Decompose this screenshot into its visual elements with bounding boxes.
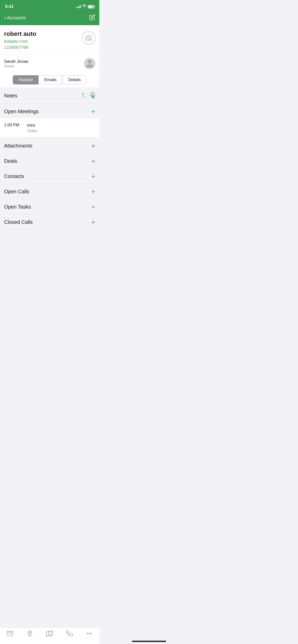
svg-rect-1 — [91, 92, 93, 96]
closed-calls-title: Closed Calls — [4, 219, 33, 225]
open-calls-section: Open Calls + — [0, 184, 99, 198]
contact-info: robert auto bobaito.com 1234567789 — [4, 30, 82, 50]
contact-name: robert auto — [4, 30, 82, 37]
content-area: Notes T+ Open Mee — [0, 87, 99, 252]
add-attachment-button[interactable]: + — [91, 142, 95, 149]
deals-title: Deals — [4, 158, 17, 164]
battery-icon — [88, 5, 94, 8]
add-call-button[interactable]: + — [91, 188, 95, 195]
owner-avatar — [84, 58, 95, 69]
meeting-time: 1:00 PM — [4, 123, 22, 127]
back-label: Accounts — [7, 15, 26, 21]
meeting-title: intro — [27, 123, 37, 128]
status-bar: 9:41 — [0, 0, 99, 12]
notes-section: Notes T+ — [0, 87, 99, 103]
owner-info: Sarah Jonas Owner — [4, 59, 28, 68]
tab-emails[interactable]: Emails — [38, 75, 62, 84]
owner-role: Owner — [4, 64, 28, 68]
tab-bar: Related Emails Details — [0, 73, 99, 87]
contact-header: robert auto bobaito.com 1234567789 + — [0, 25, 99, 54]
meeting-details: intro Today — [27, 123, 37, 133]
owner-row: Sarah Jonas Owner — [0, 54, 99, 73]
owner-name: Sarah Jonas — [4, 59, 28, 64]
contacts-section: Contacts + — [0, 168, 99, 183]
open-calls-title: Open Calls — [4, 189, 29, 195]
wifi-icon — [82, 5, 86, 9]
open-meetings-title: Open Meetings — [4, 109, 39, 114]
notes-title: Notes — [4, 93, 17, 99]
attachments-section: Attachments + — [0, 138, 99, 153]
contact-website[interactable]: bobaito.com — [4, 39, 82, 44]
signal-icon — [76, 5, 81, 8]
open-calls-header: Open Calls + — [0, 184, 99, 198]
add-closed-call-button[interactable]: + — [91, 219, 95, 225]
add-meeting-button[interactable]: + — [91, 108, 95, 115]
meeting-date: Today — [27, 128, 37, 133]
meeting-card[interactable]: 1:00 PM intro Today — [0, 118, 99, 137]
tab-related[interactable]: Related — [13, 75, 38, 84]
contacts-title: Contacts — [4, 173, 24, 179]
notes-header: Notes T+ — [0, 87, 99, 103]
back-button[interactable]: ‹ Accounts — [4, 15, 26, 21]
edit-button[interactable] — [89, 14, 95, 22]
add-deal-button[interactable]: + — [91, 158, 95, 164]
back-arrow-icon: ‹ — [4, 15, 6, 21]
contacts-header: Contacts + — [0, 168, 99, 183]
tab-details[interactable]: Details — [62, 75, 87, 84]
attachments-header: Attachments + — [0, 138, 99, 153]
deals-section: Deals + — [0, 153, 99, 168]
open-tasks-header: Open Tasks + — [0, 199, 99, 214]
closed-calls-header: Closed Calls + — [0, 214, 99, 229]
add-contact-button[interactable]: + — [91, 173, 95, 180]
notes-actions: T+ — [82, 92, 95, 99]
text-add-icon[interactable]: T+ — [82, 93, 86, 99]
attachments-title: Attachments — [4, 143, 32, 149]
status-icons — [76, 5, 94, 9]
contact-phone[interactable]: 1234567789 — [4, 45, 82, 50]
deals-header: Deals + — [0, 153, 99, 168]
open-meetings-header: Open Meetings + — [0, 104, 99, 118]
camera-button[interactable]: + — [82, 31, 95, 45]
mic-icon[interactable] — [90, 92, 95, 99]
open-tasks-title: Open Tasks — [4, 204, 31, 210]
closed-calls-section: Closed Calls + — [0, 214, 99, 229]
status-time: 9:41 — [5, 4, 14, 9]
add-task-button[interactable]: + — [91, 203, 95, 210]
nav-bar: ‹ Accounts — [0, 12, 99, 25]
open-tasks-section: Open Tasks + — [0, 199, 99, 214]
open-meetings-section: Open Meetings + 1:00 PM intro Today — [0, 104, 99, 137]
